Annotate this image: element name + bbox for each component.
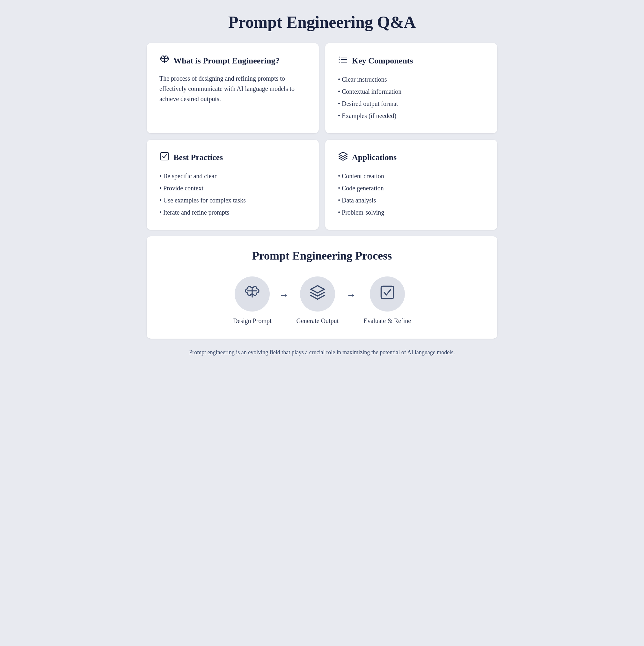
step-generate-output-circle [300,277,335,312]
list-item: Use examples for complex tasks [159,194,306,206]
list-item: Code generation [338,182,485,194]
check-icon [159,151,170,164]
card-applications-title: Applications [352,153,397,162]
step-design-prompt-circle [235,277,270,312]
applications-list: Content creation Code generation Data an… [338,170,485,218]
card-key-components-title: Key Components [352,56,413,66]
step-evaluate-refine-circle [370,277,405,312]
step-layers-icon [309,284,326,304]
card-what-body: The process of designing and refining pr… [159,73,306,104]
list-item: Be specific and clear [159,170,306,182]
card-what-header: What is Prompt Engineering? [159,55,306,67]
list-item: Provide context [159,182,306,194]
key-components-list: Clear instructions Contextual informatio… [338,73,485,122]
list-item: Data analysis [338,194,485,206]
step-design-prompt: Design Prompt [233,277,272,325]
card-what-title: What is Prompt Engineering? [174,56,279,66]
card-key-components: Key Components Clear instructions Contex… [325,43,497,133]
card-best-practices-title: Best Practices [174,153,223,162]
list-icon [338,55,348,67]
layers-icon [338,151,348,164]
process-steps: Design Prompt → Generate Output → [159,277,485,325]
brain-icon [159,55,170,67]
list-item: Desired output format [338,98,485,110]
step-evaluate-refine: Evaluate & Refine [363,277,411,325]
list-item: Problem-solving [338,206,485,218]
card-applications: Applications Content creation Code gener… [325,140,497,230]
arrow-icon-2: → [346,290,356,300]
card-best-practices: Best Practices Be specific and clear Pro… [147,140,319,230]
step-evaluate-refine-label: Evaluate & Refine [363,317,411,325]
svg-marker-8 [311,285,324,293]
step-generate-output-label: Generate Output [297,317,339,325]
step-check-icon [379,284,396,304]
list-item: Examples (if needed) [338,110,485,122]
step-brain-icon [244,284,260,304]
footer-text: Prompt engineering is an evolving field … [189,348,455,357]
arrow-icon-1: → [279,290,289,300]
list-item: Contextual information [338,86,485,98]
best-practices-list: Be specific and clear Provide context Us… [159,170,306,218]
page-title: Prompt Engineering Q&A [228,13,416,31]
cards-grid: What is Prompt Engineering? The process … [147,43,497,230]
step-generate-output: Generate Output [297,277,339,325]
process-title: Prompt Engineering Process [159,249,485,262]
list-item: Content creation [338,170,485,182]
list-item: Iterate and refine prompts [159,206,306,218]
svg-rect-6 [161,152,168,160]
process-card: Prompt Engineering Process Design Prompt [147,236,497,339]
svg-rect-9 [381,286,394,299]
card-key-components-header: Key Components [338,55,485,67]
card-best-practices-header: Best Practices [159,151,306,164]
step-design-prompt-label: Design Prompt [233,317,272,325]
svg-marker-7 [339,152,347,156]
card-applications-header: Applications [338,151,485,164]
list-item: Clear instructions [338,73,485,86]
card-what: What is Prompt Engineering? The process … [147,43,319,133]
